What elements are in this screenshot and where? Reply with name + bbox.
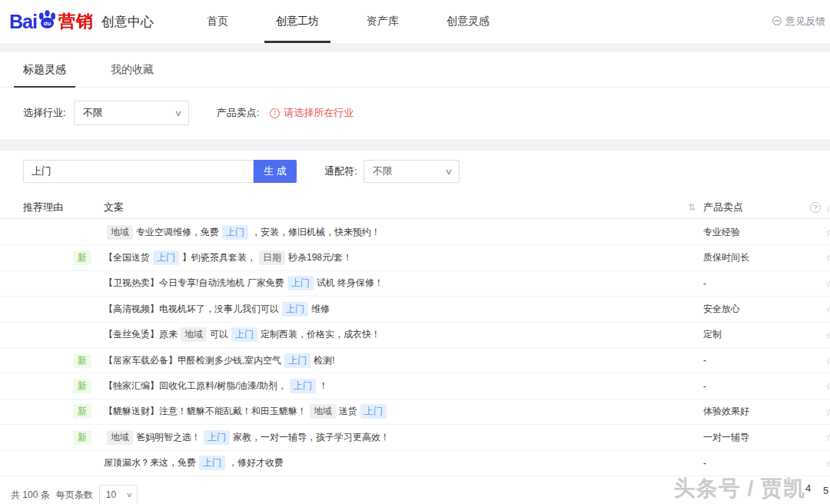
table-header: 推荐理由 文案 ⇅ 产品卖点 ? (0, 196, 830, 219)
warning-circle-icon: ! (270, 108, 280, 118)
table-body: 地域专业空调维修，免费上门，安装，修旧机械，快来预约！专业经验新【全国送货上门】… (0, 220, 830, 476)
table-row[interactable]: 新地域爸妈明智之选！上门家教，一对一辅导，孩子学习更高效！一对一辅导 (0, 425, 830, 450)
question-circle-icon[interactable]: ? (810, 202, 821, 213)
text-segment: 专业空调维修，免费 (136, 226, 219, 239)
wildcard-tag: 日期 (259, 250, 285, 265)
chevron-down-icon: ∨ (126, 491, 133, 499)
clipped-action-icon (825, 278, 830, 289)
new-badge: 新 (73, 379, 91, 393)
sellpoint-cell: 体验效果好 (703, 405, 830, 418)
feedback-label: 意见反馈 (785, 15, 825, 28)
chevron-down-icon: ∨ (174, 108, 181, 118)
header-reason: 推荐理由 (23, 201, 104, 214)
creative-text-cell: 【全国送货上门】钧瓷茶具套装，日期秒杀198元/套！ (104, 250, 703, 265)
new-badge: 新 (73, 353, 91, 368)
clipped-action-icon (825, 303, 830, 314)
watermark-text: 头条号 / 贾凯 (674, 474, 805, 503)
text-segment: 【蚕丝免烫】原来 (104, 328, 178, 341)
clipped-action-icon (825, 227, 830, 237)
keyword-tag: 上门 (231, 327, 257, 342)
nav-item-creative-workshop[interactable]: 创意工坊 (252, 0, 343, 43)
tab-label: 我的收藏 (111, 63, 154, 77)
sellpoint-cell: - (703, 458, 830, 469)
table-row[interactable]: 【高清视频】电视机坏了，没事儿我们可以上门维修安全放心 (0, 297, 830, 322)
table-row[interactable]: 地域专业空调维修，免费上门，安装，修旧机械，快来预约！专业经验 (0, 220, 830, 245)
chevron-down-icon: ∨ (444, 167, 452, 177)
table-row[interactable]: 屋顶漏水？来这，免费上门，修好才收费- (0, 451, 830, 476)
nav-item-label: 首页 (207, 15, 228, 28)
table-row[interactable]: 新【居家车载必备】甲醛检测多少钱,室内空气上门检测!- (0, 348, 830, 373)
sellpoint-cell: 质保时间长 (703, 251, 830, 264)
new-badge: 新 (73, 404, 91, 419)
reason-cell: 新 (23, 250, 104, 265)
wildcard-select[interactable]: 不限 ∨ (364, 160, 460, 183)
clipped-action-icon (825, 458, 830, 469)
text-segment: 检测! (314, 354, 334, 367)
text-segment: 秒杀198元/套！ (288, 251, 352, 264)
text-segment: 试机 终身保修！ (317, 277, 383, 290)
creative-text-cell: 【独家汇编】回收化工原料/树脂/油漆/助剂，上门！ (104, 379, 703, 393)
main-nav: 首页 创意工坊 资产库 创意灵感 (183, 0, 513, 43)
page-number-button[interactable]: 5 (823, 485, 828, 496)
warning-text: 请选择所在行业 (284, 106, 354, 120)
logo-yingxiao-text: 营销 (58, 10, 94, 33)
text-segment: 【全国送货 (104, 251, 150, 264)
nav-item-label: 创意工坊 (276, 15, 319, 28)
sellpoint-cell: 专业经验 (703, 226, 830, 239)
sort-icon[interactable]: ⇅ (688, 202, 696, 213)
per-page-select[interactable]: 10 ∨ (99, 485, 138, 504)
baidu-paw-icon: du (37, 8, 58, 32)
new-badge: 新 (73, 430, 91, 445)
nav-item-creative-inspiration[interactable]: 创意灵感 (423, 0, 513, 43)
tab-title-inspiration[interactable]: 标题灵感 (23, 52, 66, 87)
keyword-tag: 上门 (290, 379, 316, 393)
text-segment: 【貔貅送财】注意！貔貅不能乱戴！和田玉貔貅！ (104, 405, 307, 418)
sellpoint-cell: 安全放心 (703, 303, 830, 316)
nav-item-asset-library[interactable]: 资产库 (343, 0, 423, 43)
svg-text:du: du (43, 20, 51, 27)
wildcard-tag: 地域 (107, 225, 133, 240)
industry-select[interactable]: 不限 ∨ (74, 101, 189, 125)
creative-text-cell: 地域爸妈明智之选！上门家教，一对一辅导，孩子学习更高效！ (104, 430, 703, 445)
text-segment: ，安装，修旧机械，快来预约！ (251, 226, 380, 239)
results-panel: 生 成 通配符: 不限 ∨ 推荐理由 文案 ⇅ 产品卖点 ? 地域专业空调维修，… (0, 151, 830, 504)
clipped-action-icon (825, 432, 830, 443)
table-row[interactable]: 新【独家汇编】回收化工原料/树脂/油漆/助剂，上门！- (0, 373, 830, 399)
keyword-tag: 上门 (153, 250, 179, 265)
per-page-value: 10 (106, 489, 116, 500)
sellpoint-cell: 定制 (703, 328, 830, 341)
sellpoint-warning: ! 请选择所在行业 (270, 106, 354, 120)
page-number-button[interactable]: 4 (805, 482, 811, 494)
generate-button[interactable]: 生 成 (254, 160, 297, 183)
industry-select-value: 不限 (83, 106, 103, 120)
header-sellpoint: 产品卖点 (703, 201, 743, 214)
text-segment: 【居家车载必备】甲醛检测多少钱,室内空气 (104, 354, 281, 367)
creative-text-cell: 【高清视频】电视机坏了，没事儿我们可以上门维修 (104, 302, 703, 317)
industry-label: 选择行业: (23, 106, 66, 120)
sellpoint-cell: - (703, 381, 830, 392)
text-segment: 【高清视频】电视机坏了，没事儿我们可以 (104, 303, 279, 316)
reason-cell: 新 (23, 430, 104, 445)
text-segment: ，修好才收费 (228, 456, 284, 469)
text-segment: 【卫视热卖】今日专享!自动洗地机 厂家免费 (104, 277, 284, 290)
table-row[interactable]: 【蚕丝免烫】原来地域可以上门定制西装，价格实，成衣快！定制 (0, 323, 830, 348)
sellpoint-cell: 一对一辅导 (703, 431, 830, 444)
baidu-marketing-logo[interactable]: Bai du 营销 创意中心 (9, 0, 154, 43)
keyword-tag: 上门 (222, 225, 248, 240)
keyword-input[interactable] (23, 160, 254, 183)
nav-item-home[interactable]: 首页 (183, 0, 252, 43)
table-row[interactable]: 【卫视热卖】今日专享!自动洗地机 厂家免费上门试机 终身保修！- (0, 271, 830, 297)
reason-cell: 新 (23, 353, 104, 368)
pagination-bar: 共 100 条 每页条数 10 ∨ (11, 485, 138, 504)
text-segment: 爸妈明智之选！ (136, 431, 201, 444)
table-row[interactable]: 新【貔貅送财】注意！貔貅不能乱戴！和田玉貔貅！地域送货上门体验效果好 (0, 400, 830, 425)
clipped-action-icon (825, 330, 830, 340)
header-content: 文案 (104, 201, 124, 214)
table-row[interactable]: 新【全国送货上门】钧瓷茶具套装，日期秒杀198元/套！质保时间长 (0, 245, 830, 270)
keyword-tag: 上门 (360, 404, 387, 419)
feedback-button[interactable]: 意见反馈 (772, 0, 828, 43)
nav-item-label: 创意灵感 (447, 15, 490, 28)
wildcard-tag: 地域 (181, 327, 207, 342)
creative-text-cell: 【貔貅送财】注意！貔貅不能乱戴！和田玉貔貅！地域送货上门 (104, 404, 703, 419)
tab-my-favorites[interactable]: 我的收藏 (111, 52, 154, 87)
